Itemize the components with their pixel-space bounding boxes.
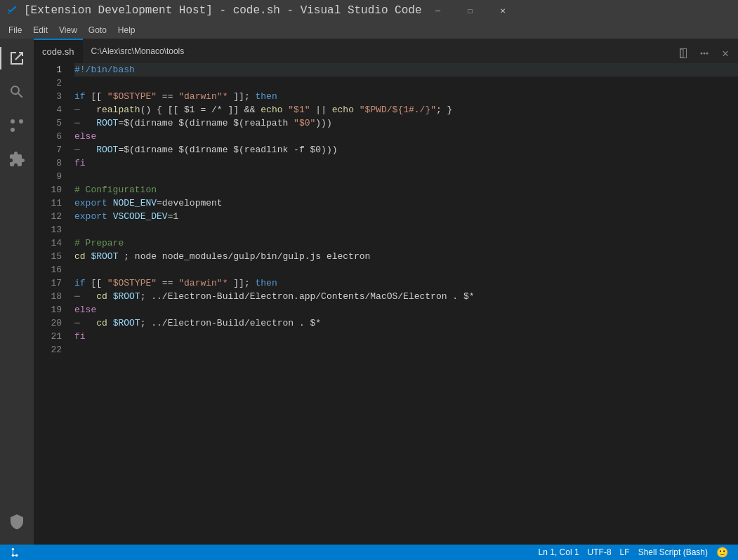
- line-number-9: 9: [34, 170, 69, 183]
- restore-button[interactable]: □: [454, 0, 487, 21]
- close-editor-button[interactable]: ✕: [716, 44, 735, 63]
- svg-point-4: [701, 53, 703, 55]
- line-number-14: 14: [34, 236, 69, 250]
- cursor-position[interactable]: Ln 1, Col 1: [534, 545, 584, 560]
- line-number-11: 11: [34, 196, 69, 210]
- close-button[interactable]: ✕: [487, 0, 519, 21]
- svg-point-2: [11, 119, 15, 124]
- main-area: code.sh C:\Alex\src\Monaco\tools ✕ 12345…: [0, 39, 738, 545]
- window-controls: ─ □ ✕: [422, 0, 519, 21]
- split-editor-button[interactable]: [673, 44, 693, 63]
- app-icon: [7, 5, 18, 16]
- line-number-7: 7: [34, 143, 69, 156]
- code-line-18: ─ cd $ROOT; ../Electron-Build/Electron.a…: [74, 290, 738, 303]
- code-scroll-area[interactable]: #!/bin/bashif [[ "$OSTYPE" == "darwin"* …: [69, 63, 738, 545]
- search-icon[interactable]: [0, 75, 34, 109]
- git-branch[interactable]: [6, 545, 27, 560]
- code-line-13: [74, 223, 738, 236]
- code-line-16: [74, 263, 738, 276]
- menu-help[interactable]: Help: [112, 21, 141, 39]
- language-mode[interactable]: Shell Script (Bash): [634, 545, 712, 560]
- code-line-4: ─ realpath() { [[ $1 = /* ]] && echo "$1…: [74, 103, 738, 116]
- code-line-15: cd $ROOT ; node node_modules/gulp/bin/gu…: [74, 250, 738, 263]
- editor-area: code.sh C:\Alex\src\Monaco\tools ✕ 12345…: [34, 39, 738, 545]
- code-content: #!/bin/bashif [[ "$OSTYPE" == "darwin"* …: [69, 63, 738, 356]
- status-bar: Ln 1, Col 1 UTF-8 LF Shell Script (Bash)…: [0, 545, 738, 560]
- tab-actions: ✕: [673, 44, 738, 63]
- code-line-17: if [[ "$OSTYPE" == "darwin"* ]]; then: [74, 276, 738, 290]
- code-line-21: fi: [74, 330, 738, 343]
- line-number-13: 13: [34, 223, 69, 236]
- tab-path: C:\Alex\src\Monaco\tools: [83, 39, 193, 63]
- code-line-6: else: [74, 130, 738, 143]
- line-number-6: 6: [34, 130, 69, 143]
- svg-rect-3: [680, 49, 683, 58]
- tab-bar: code.sh C:\Alex\src\Monaco\tools ✕: [34, 39, 738, 63]
- line-number-15: 15: [34, 250, 69, 263]
- menu-file[interactable]: File: [3, 21, 27, 39]
- menu-bar: File Edit View Goto Help: [0, 21, 738, 39]
- title-text: [Extension Development Host] - code.sh -…: [24, 4, 422, 17]
- svg-point-0: [11, 128, 15, 132]
- line-number-18: 18: [34, 290, 69, 303]
- line-number-1: 1: [34, 63, 69, 76]
- more-actions-button[interactable]: [694, 44, 714, 63]
- line-number-2: 2: [34, 76, 69, 90]
- code-line-7: ─ ROOT=$(dirname $(dirname $(readlink -f…: [74, 143, 738, 156]
- menu-goto[interactable]: Goto: [83, 21, 112, 39]
- svg-point-8: [15, 554, 18, 557]
- code-line-11: export NODE_ENV=development: [74, 196, 738, 210]
- code-line-22: [74, 343, 738, 356]
- line-number-17: 17: [34, 276, 69, 290]
- tab-path-text: C:\Alex\src\Monaco\tools: [91, 46, 185, 56]
- line-number-4: 4: [34, 103, 69, 116]
- code-line-10: # Configuration: [74, 183, 738, 196]
- svg-point-6: [706, 53, 709, 55]
- code-editor[interactable]: 12345678910111213141516171819202122 #!/b…: [34, 63, 738, 545]
- tab-filename: code.sh: [42, 46, 74, 57]
- line-numbers: 12345678910111213141516171819202122: [34, 63, 69, 545]
- code-line-1: #!/bin/bash: [74, 63, 738, 76]
- line-number-16: 16: [34, 263, 69, 276]
- line-number-10: 10: [34, 183, 69, 196]
- code-line-20: ─ cd $ROOT; ../Electron-Build/electron .…: [74, 316, 738, 330]
- svg-point-7: [12, 548, 15, 551]
- line-number-12: 12: [34, 210, 69, 223]
- activity-bar: [0, 39, 34, 545]
- line-number-3: 3: [34, 90, 69, 103]
- code-line-2: [74, 76, 738, 90]
- title-bar: [Extension Development Host] - code.sh -…: [0, 0, 738, 21]
- menu-view[interactable]: View: [53, 21, 83, 39]
- line-number-22: 22: [34, 343, 69, 356]
- explorer-icon[interactable]: [0, 41, 34, 75]
- svg-point-1: [19, 119, 23, 124]
- code-line-9: [74, 170, 738, 183]
- line-number-19: 19: [34, 303, 69, 316]
- code-line-14: # Prepare: [74, 236, 738, 250]
- svg-point-5: [704, 53, 706, 55]
- code-line-3: if [[ "$OSTYPE" == "darwin"* ]]; then: [74, 90, 738, 103]
- source-control-icon[interactable]: [0, 109, 34, 142]
- line-number-5: 5: [34, 116, 69, 130]
- line-number-8: 8: [34, 156, 69, 170]
- menu-edit[interactable]: Edit: [27, 21, 53, 39]
- line-ending[interactable]: LF: [616, 545, 634, 560]
- line-number-21: 21: [34, 330, 69, 343]
- active-tab[interactable]: code.sh: [34, 39, 83, 63]
- settings-icon[interactable]: [0, 505, 34, 539]
- extensions-icon[interactable]: [0, 142, 34, 176]
- code-line-8: fi: [74, 156, 738, 170]
- feedback-icon[interactable]: 🙂: [712, 545, 732, 560]
- minimize-button[interactable]: ─: [422, 0, 454, 21]
- encoding[interactable]: UTF-8: [584, 545, 616, 560]
- status-right: Ln 1, Col 1 UTF-8 LF Shell Script (Bash)…: [534, 545, 732, 560]
- line-number-20: 20: [34, 316, 69, 330]
- code-line-12: export VSCODE_DEV=1: [74, 210, 738, 223]
- code-line-5: ─ ROOT=$(dirname $(dirname $(realpath "$…: [74, 116, 738, 130]
- code-line-19: else: [74, 303, 738, 316]
